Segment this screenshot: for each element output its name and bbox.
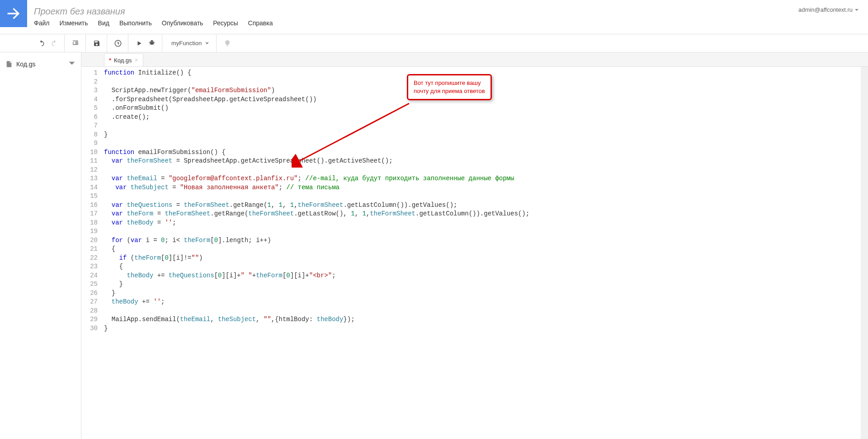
- scrollbar[interactable]: [861, 67, 868, 439]
- chevron-down-icon: [68, 60, 75, 67]
- app-logo[interactable]: [0, 0, 27, 27]
- clock-icon: [114, 39, 122, 47]
- line-gutter: 1234567891011121314151617181920212223242…: [81, 67, 101, 439]
- toolbar: myFunction: [0, 34, 868, 52]
- undo-button[interactable]: [35, 37, 48, 50]
- user-menu[interactable]: admin@affcontext.ru: [798, 6, 859, 13]
- hint-button[interactable]: [221, 37, 234, 50]
- menu-bar: Файл Изменить Вид Выполнить Опубликовать…: [34, 19, 861, 27]
- tab-label: Код.gs: [114, 57, 132, 64]
- arrow-right-icon: [5, 5, 23, 23]
- save-icon: [93, 40, 100, 47]
- save-button[interactable]: [90, 37, 103, 50]
- menu-view[interactable]: Вид: [98, 19, 109, 27]
- file-icon: [5, 61, 13, 68]
- undo-icon: [38, 40, 45, 47]
- menu-help[interactable]: Справка: [248, 19, 273, 27]
- main: Код.gs * Код.gs × Вот тут пропишите вашу…: [0, 52, 868, 439]
- file-menu-trigger[interactable]: [68, 60, 75, 68]
- run-button[interactable]: [133, 37, 146, 50]
- debug-button[interactable]: [146, 37, 158, 50]
- redo-icon: [51, 40, 58, 47]
- lightbulb-icon: [224, 40, 231, 47]
- sidebar: Код.gs: [0, 52, 81, 439]
- file-name: Код.gs: [16, 61, 65, 68]
- menu-file[interactable]: Файл: [34, 19, 49, 27]
- menu-resources[interactable]: Ресурсы: [213, 19, 238, 27]
- project-title[interactable]: Проект без названия: [34, 6, 861, 17]
- function-selected: myFunction: [167, 38, 212, 48]
- file-item[interactable]: Код.gs: [0, 57, 81, 71]
- chevron-down-icon: [854, 8, 859, 12]
- user-email: admin@affcontext.ru: [798, 6, 853, 13]
- indent-icon: [72, 40, 79, 47]
- header: Проект без названия Файл Изменить Вид Вы…: [0, 0, 868, 34]
- code-content[interactable]: function Initialize() { ScriptApp.newTri…: [101, 67, 868, 439]
- menu-edit[interactable]: Изменить: [59, 19, 88, 27]
- editor-area: * Код.gs × Вот тут пропишите вашу почту …: [81, 52, 868, 439]
- menu-publish[interactable]: Опубликовать: [162, 19, 203, 27]
- indent-button[interactable]: [69, 37, 82, 50]
- bug-icon: [148, 40, 156, 47]
- function-select[interactable]: myFunction: [167, 38, 212, 48]
- triggers-button[interactable]: [112, 37, 124, 50]
- tab-close[interactable]: ×: [135, 56, 138, 64]
- redo-button[interactable]: [48, 37, 61, 50]
- tab-active[interactable]: * Код.gs ×: [104, 53, 143, 66]
- menu-run[interactable]: Выполнить: [119, 19, 152, 27]
- tabs: * Код.gs ×: [81, 52, 868, 67]
- annotation-callout: Вот тут пропишите вашу почту для приема …: [407, 74, 492, 100]
- dirty-marker: *: [109, 57, 111, 64]
- play-icon: [136, 40, 142, 47]
- code-editor[interactable]: 1234567891011121314151617181920212223242…: [81, 67, 868, 439]
